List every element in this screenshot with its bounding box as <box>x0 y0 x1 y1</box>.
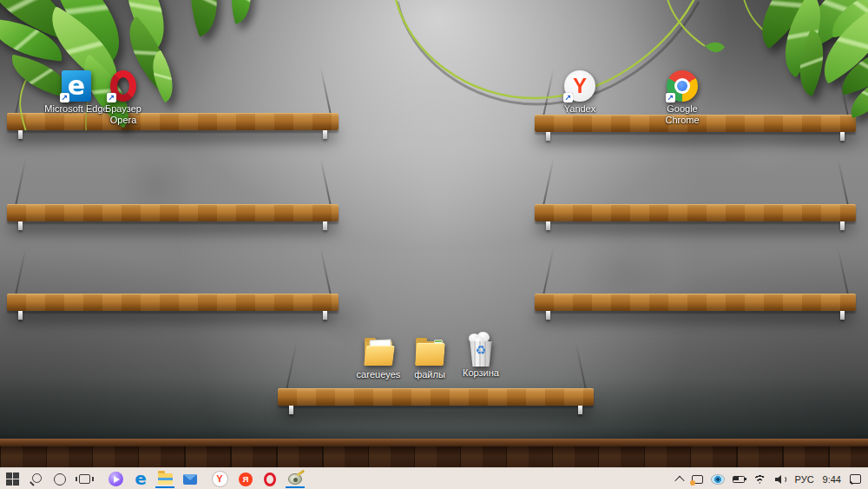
yandex-browser-icon: Y <box>213 472 227 486</box>
tray-network-button[interactable] <box>753 474 766 484</box>
windows-desktop: e ↗ Microsoft Edge ↗ Браузер Opera Y ↗ Y… <box>0 0 868 489</box>
folder-icon <box>413 335 446 368</box>
shelf-bracket <box>840 311 845 320</box>
taskbar-careueyes-button[interactable] <box>283 468 307 489</box>
notification-icon <box>850 474 861 484</box>
shelf-bracket <box>546 221 550 230</box>
taskbar: e Y Я РУС 9:44 <box>0 467 868 489</box>
wifi-icon <box>753 474 766 484</box>
chevron-up-icon <box>674 475 684 485</box>
tray-battery-button[interactable] <box>733 476 745 483</box>
tray-careueyes-monitor-button[interactable] <box>692 475 703 484</box>
shelf-bracket <box>18 221 23 230</box>
shelf-board <box>7 204 339 221</box>
tray-eye-protection-button[interactable] <box>712 475 724 484</box>
taskbar-search-button[interactable] <box>23 468 48 489</box>
shelf-board <box>278 388 594 406</box>
shelf-board <box>7 113 339 130</box>
shelf <box>7 113 339 130</box>
taskbar-alice-button[interactable] <box>103 468 128 489</box>
shelf-bracket <box>840 132 845 141</box>
taskbar-cortana-button[interactable] <box>48 468 72 489</box>
wood-floor <box>0 446 868 467</box>
shelf-bracket <box>546 132 550 141</box>
search-icon <box>30 473 42 486</box>
mail-icon <box>183 474 197 485</box>
shelf-bracket <box>323 221 327 230</box>
shelf-bracket <box>18 311 23 320</box>
shelf-bracket <box>323 130 327 139</box>
battery-icon <box>733 476 745 483</box>
desktop-icon-label: Google Chrome <box>650 103 714 125</box>
taskbar-yandex-browser-button[interactable]: Y <box>207 468 232 489</box>
taskbar-opera-button[interactable] <box>258 468 282 489</box>
yandex-icon: Я <box>239 472 253 486</box>
task-view-icon <box>79 474 90 484</box>
language-indicator[interactable]: РУС <box>795 474 814 485</box>
alice-assistant-icon <box>108 472 123 486</box>
desktop-icon-label: Браузер Opera <box>91 103 155 125</box>
shelf-board <box>535 294 856 311</box>
taskbar-task-view-button[interactable] <box>72 468 96 489</box>
shelf <box>535 294 856 311</box>
shelf <box>7 294 339 311</box>
monitor-icon <box>692 475 703 484</box>
action-center-button[interactable] <box>850 474 861 484</box>
desktop-icon-yandex[interactable]: Y ↗ Yandex <box>548 69 612 115</box>
taskbar-yandex-button[interactable]: Я <box>233 468 258 489</box>
shelf <box>7 204 339 221</box>
desktop-icon-google-chrome[interactable]: ↗ Google Chrome <box>650 69 714 125</box>
desktop-icon-opera[interactable]: ↗ Браузер Opera <box>91 69 155 125</box>
shelf <box>278 388 594 406</box>
shelf <box>535 204 856 221</box>
speaker-icon <box>775 475 786 484</box>
system-tray: РУС 9:44 <box>676 468 861 489</box>
desktop-icon-label: Yandex <box>548 103 612 115</box>
opera-icon: ↗ <box>107 69 140 102</box>
edge-icon: e ↗ <box>60 69 93 102</box>
shortcut-arrow-icon: ↗ <box>107 93 116 102</box>
shelf-board <box>7 294 339 311</box>
shelf-bracket <box>840 221 845 230</box>
shelf-board <box>535 204 856 221</box>
baseboard <box>0 439 868 446</box>
tray-volume-button[interactable] <box>775 475 786 484</box>
windows-start-icon <box>6 472 19 486</box>
shelf-bracket <box>18 130 23 139</box>
shelf-bracket <box>546 311 550 320</box>
taskbar-start-button[interactable] <box>0 468 24 489</box>
tray-show-hidden-icons-button[interactable] <box>676 476 683 483</box>
shortcut-arrow-icon: ↗ <box>563 93 573 102</box>
desktop-icon-recycle-bin[interactable]: ♻ Корзина <box>449 334 513 379</box>
edge-icon: e <box>133 468 148 489</box>
desktop-icon-label: Корзина <box>449 367 513 379</box>
clock[interactable]: 9:44 <box>823 474 841 485</box>
taskbar-edge-button[interactable]: e <box>128 468 153 489</box>
careueyes-eye-icon <box>288 473 302 485</box>
file-explorer-icon <box>158 473 173 485</box>
taskbar-mail-button[interactable] <box>178 468 202 489</box>
shelf-bracket <box>323 311 327 320</box>
cortana-icon <box>54 473 66 486</box>
taskbar-file-explorer-button[interactable] <box>153 468 177 489</box>
eye-icon <box>712 475 724 484</box>
opera-icon <box>264 472 276 486</box>
shortcut-arrow-icon: ↗ <box>666 93 675 102</box>
chrome-icon: ↗ <box>666 69 699 102</box>
shortcut-arrow-icon: ↗ <box>60 93 69 102</box>
folder-icon <box>362 335 395 368</box>
shelf-bracket <box>289 406 293 414</box>
recycle-bin-icon: ♻ <box>464 334 497 367</box>
shelf-bracket <box>578 406 582 414</box>
yandex-icon: Y ↗ <box>563 69 596 102</box>
